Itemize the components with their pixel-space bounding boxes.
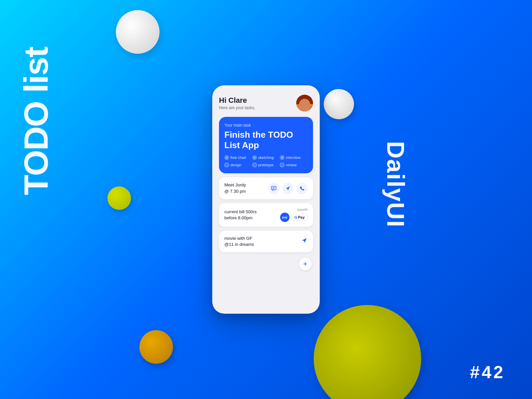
tag-design: design <box>224 163 252 167</box>
header-text: Hi Clare Here are your tasks, <box>219 96 255 110</box>
tag-label-flow-chart: flow chart <box>230 156 246 160</box>
avatar-face <box>299 99 310 112</box>
svg-rect-0 <box>271 186 276 190</box>
phonepe-icon[interactable]: pay <box>280 213 290 222</box>
pay-label: paywith <box>297 208 308 211</box>
app-header: Hi Clare Here are your tasks, <box>219 95 313 112</box>
avatar[interactable] <box>296 95 313 112</box>
tag-dot-interview <box>280 155 284 160</box>
dailyui-label: DailyUI <box>382 141 409 228</box>
pay-icons: pay G Pay <box>280 213 308 222</box>
task-movie[interactable]: movie with GF@11 in dreams <box>219 231 313 252</box>
message-button[interactable] <box>268 183 279 194</box>
phone-mockup: Hi Clare Here are your tasks, Your main … <box>212 85 320 314</box>
tag-label-design: design <box>230 163 241 167</box>
decorative-circle-yellow <box>107 186 131 210</box>
tag-label-prototype: prototype <box>258 163 274 167</box>
add-task-button[interactable]: + <box>299 258 312 270</box>
main-task-title: Finish the TODO List App <box>224 130 308 150</box>
tag-review: review <box>280 163 308 167</box>
task-text-movie: movie with GF@11 in dreams <box>224 235 254 248</box>
decorative-circle-white-top <box>116 10 160 54</box>
task-actions-movie <box>301 237 308 246</box>
task-actions-meet-jordy <box>268 183 308 194</box>
call-button[interactable] <box>296 183 308 194</box>
tag-flow-chart: flow chart <box>224 155 252 160</box>
task-tags: flow chart sketching interview design pr… <box>224 155 308 167</box>
tag-sketching: sketching <box>252 155 280 160</box>
tag-dot-design <box>224 163 229 167</box>
tag-interview: interview <box>280 155 308 160</box>
tag-dot-review <box>280 163 284 167</box>
add-icon: + <box>303 260 308 268</box>
tag-label-review: review <box>286 163 297 167</box>
tag-dot-prototype <box>252 163 257 167</box>
task-text-bill: current bill 500rsbefore 8.00pm <box>224 209 257 221</box>
pay-area: paywith pay G Pay <box>280 208 308 222</box>
greeting: Hi Clare <box>219 96 255 105</box>
subtitle: Here are your tasks, <box>219 105 255 110</box>
add-button-area: + <box>219 258 313 270</box>
challenge-number: #42 <box>470 362 505 382</box>
gpay-button[interactable]: G Pay <box>292 214 308 221</box>
tag-dot-sketching <box>252 155 257 160</box>
navigate-button-jordy[interactable] <box>282 183 294 194</box>
main-task-card[interactable]: Your main task Finish the TODO List App … <box>219 117 313 173</box>
navigate-button-movie[interactable] <box>301 237 308 246</box>
tag-dot-flow-chart <box>224 155 229 160</box>
todo-title: TODO list <box>20 47 52 195</box>
main-task-label: Your main task <box>224 123 308 128</box>
decorative-circle-olive <box>314 305 421 399</box>
tag-label-sketching: sketching <box>258 156 274 160</box>
gpay-label: Pay <box>298 215 305 219</box>
tag-prototype: prototype <box>252 163 280 167</box>
task-meet-jordy[interactable]: Meet Jordy@ 7.30 pm <box>219 177 313 199</box>
gpay-g: G <box>295 215 298 219</box>
avatar-image <box>296 95 313 112</box>
task-bill[interactable]: current bill 500rsbefore 8.00pm paywith … <box>219 203 313 227</box>
decorative-circle-gold <box>139 330 173 364</box>
decorative-circle-white-right <box>324 89 354 119</box>
task-text-meet-jordy: Meet Jordy@ 7.30 pm <box>224 182 246 194</box>
tag-label-interview: interview <box>286 156 300 160</box>
